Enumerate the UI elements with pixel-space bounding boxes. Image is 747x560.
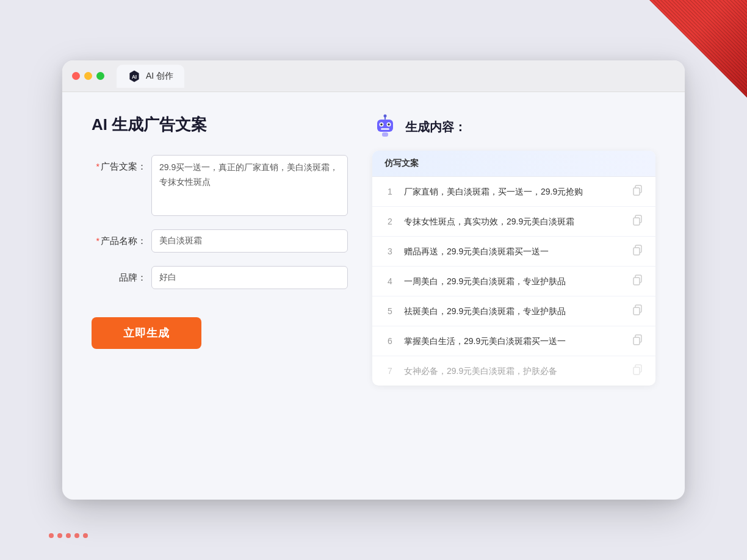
required-star-2: * (96, 236, 99, 246)
dot-3 (66, 533, 71, 538)
copy-icon-7[interactable] (632, 364, 643, 378)
close-button[interactable] (72, 72, 80, 80)
dot-1 (49, 533, 54, 538)
result-num-5: 5 (384, 306, 395, 316)
product-name-group: *产品名称： (92, 229, 348, 253)
svg-rect-12 (633, 188, 640, 195)
copy-icon-6[interactable] (632, 334, 643, 348)
svg-text:AI: AI (132, 74, 137, 79)
copy-icon-3[interactable] (632, 245, 643, 258)
product-name-input[interactable] (151, 229, 348, 253)
dot-2 (57, 533, 62, 538)
ai-tab-icon: AI (128, 70, 141, 83)
tab-label: AI 创作 (146, 71, 173, 82)
page-title: AI 生成广告文案 (92, 114, 348, 135)
result-row-7: 7女神必备，29.9元美白淡斑霜，护肤必备 (372, 356, 655, 386)
svg-rect-16 (633, 248, 640, 255)
result-text-7: 女神必备，29.9元美白淡斑霜，护肤必备 (404, 365, 624, 378)
result-text-6: 掌握美白生活，29.9元美白淡斑霜买一送一 (404, 335, 624, 348)
ad-copy-input[interactable] (151, 155, 348, 216)
result-num-3: 3 (384, 246, 395, 256)
result-num-4: 4 (384, 276, 395, 286)
ad-copy-group: *广告文案： (92, 155, 348, 216)
brand-group: 品牌： (92, 266, 348, 289)
result-row-4: 4一周美白，29.9元美白淡斑霜，专业护肤品 (372, 267, 655, 296)
result-text-4: 一周美白，29.9元美白淡斑霜，专业护肤品 (404, 275, 624, 288)
copy-icon-1[interactable] (632, 185, 643, 198)
copy-icon-5[interactable] (632, 304, 643, 318)
result-text-3: 赠品再送，29.9元美白淡斑霜买一送一 (404, 245, 624, 258)
results-title: 生成内容： (405, 119, 466, 135)
right-header: 生成内容： (372, 114, 655, 140)
copy-icon-2[interactable] (632, 215, 643, 228)
result-row-5: 5祛斑美白，29.9元美白淡斑霜，专业护肤品 (372, 296, 655, 326)
generate-button[interactable]: 立即生成 (92, 317, 201, 349)
brand-label: 品牌： (92, 266, 146, 284)
browser-window: AI AI 创作 AI 生成广告文案 *广告文案： *产品名称： (62, 60, 685, 500)
result-text-1: 厂家直销，美白淡斑霜，买一送一，29.9元抢购 (404, 185, 624, 198)
result-row-2: 2专抹女性斑点，真实功效，29.9元美白淡斑霜 (372, 207, 655, 237)
result-row-6: 6掌握美白生活，29.9元美白淡斑霜买一送一 (372, 326, 655, 356)
result-text-2: 专抹女性斑点，真实功效，29.9元美白淡斑霜 (404, 215, 624, 228)
copy-icon-4[interactable] (632, 275, 643, 288)
svg-point-7 (380, 123, 383, 126)
svg-rect-10 (382, 132, 388, 137)
main-content: AI 生成广告文案 *广告文案： *产品名称： 品牌： 立 (62, 92, 685, 500)
ad-copy-label: *广告文案： (92, 155, 146, 173)
results-list: 1厂家直销，美白淡斑霜，买一送一，29.9元抢购 2专抹女性斑点，真实功效，29… (372, 177, 655, 386)
result-row-3: 3赠品再送，29.9元美白淡斑霜买一送一 (372, 237, 655, 267)
traffic-lights (72, 72, 104, 80)
svg-point-8 (388, 123, 390, 126)
svg-point-3 (384, 115, 387, 118)
results-container: 仿写文案 1厂家直销，美白淡斑霜，买一送一，29.9元抢购 2专抹女性斑点，真实… (372, 151, 655, 386)
right-panel: 生成内容： 仿写文案 1厂家直销，美白淡斑霜，买一送一，29.9元抢购 2专抹女… (372, 114, 655, 478)
svg-rect-18 (633, 278, 640, 285)
results-column-header: 仿写文案 (372, 151, 655, 177)
result-num-1: 1 (384, 187, 395, 196)
result-text-5: 祛斑美白，29.9元美白淡斑霜，专业护肤品 (404, 305, 624, 318)
dot-4 (74, 533, 79, 538)
result-row-1: 1厂家直销，美白淡斑霜，买一送一，29.9元抢购 (372, 177, 655, 207)
svg-rect-22 (633, 337, 640, 345)
title-bar: AI AI 创作 (62, 60, 685, 92)
svg-rect-14 (633, 218, 640, 225)
robot-icon (372, 114, 398, 140)
left-panel: AI 生成广告文案 *广告文案： *产品名称： 品牌： 立 (92, 114, 348, 478)
svg-rect-24 (633, 367, 640, 375)
result-num-2: 2 (384, 217, 395, 226)
bottom-decoration (49, 523, 122, 548)
svg-rect-9 (381, 128, 389, 130)
dot-5 (83, 533, 88, 538)
result-num-7: 7 (384, 366, 395, 376)
brand-input[interactable] (151, 266, 348, 289)
tab-ai-creation[interactable]: AI AI 创作 (117, 65, 184, 88)
required-star-1: * (96, 162, 99, 171)
svg-rect-20 (633, 307, 640, 315)
maximize-button[interactable] (96, 72, 104, 80)
product-name-label: *产品名称： (92, 229, 146, 248)
result-num-6: 6 (384, 336, 395, 346)
minimize-button[interactable] (84, 72, 92, 80)
